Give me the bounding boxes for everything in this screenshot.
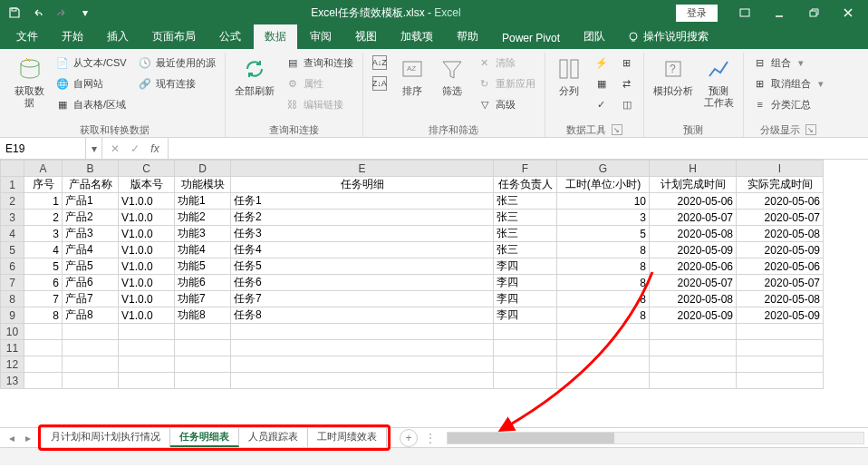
col-header-F[interactable]: F <box>494 161 557 177</box>
relationships-button[interactable]: ⇄ <box>616 73 638 93</box>
row-header-1[interactable]: 1 <box>1 177 24 193</box>
name-box[interactable]: E19 <box>0 138 86 159</box>
cell-I5[interactable]: 2020-05-09 <box>737 242 824 258</box>
cell-H11[interactable] <box>650 340 737 356</box>
flash-fill-button[interactable]: ⚡ <box>591 53 612 73</box>
redo-icon[interactable] <box>51 2 72 24</box>
close-icon[interactable] <box>832 2 864 24</box>
cell-E3[interactable]: 任务2 <box>231 210 494 226</box>
tab-team[interactable]: 团队 <box>573 24 616 49</box>
cell-F3[interactable]: 张三 <box>494 210 557 226</box>
cell-F10[interactable] <box>494 324 557 340</box>
whatif-button[interactable]: ? 模拟分析 <box>650 53 697 99</box>
tab-insert[interactable]: 插入 <box>96 24 140 49</box>
cell-C11[interactable] <box>119 340 175 356</box>
cell-A7[interactable]: 6 <box>24 275 63 291</box>
save-icon[interactable] <box>4 2 25 24</box>
cell-G3[interactable]: 3 <box>557 210 650 226</box>
spreadsheet-grid[interactable]: ABCDEFGHI1序号产品名称版本号功能模块任务明细任务负责人工时(单位:小时… <box>0 160 868 427</box>
row-header-6[interactable]: 6 <box>1 258 24 275</box>
qat-customize-icon[interactable]: ▾ <box>74 2 96 24</box>
cell-E12[interactable] <box>231 356 494 373</box>
cell-I7[interactable]: 2020-05-07 <box>737 275 824 291</box>
cell-C9[interactable]: V1.0.0 <box>119 307 175 324</box>
col-header-I[interactable]: I <box>737 161 824 177</box>
cancel-formula-icon[interactable]: ✕ <box>106 140 124 158</box>
tab-review[interactable]: 审阅 <box>299 24 342 49</box>
cell-F12[interactable] <box>494 356 557 373</box>
cell-I11[interactable] <box>737 340 824 356</box>
cell-I1[interactable]: 实际完成时间 <box>737 177 824 193</box>
cell-G13[interactable] <box>557 373 650 389</box>
cell-C5[interactable]: V1.0.0 <box>119 242 175 258</box>
row-header-2[interactable]: 2 <box>1 193 24 210</box>
cell-B11[interactable] <box>63 340 119 356</box>
cell-F6[interactable]: 李四 <box>494 258 557 275</box>
existing-conn-button[interactable]: 🔗现有连接 <box>134 73 219 93</box>
row-header-3[interactable]: 3 <box>1 210 24 226</box>
login-button[interactable]: 登录 <box>676 5 718 22</box>
sheet-nav-prev[interactable]: ◂ <box>4 430 20 446</box>
cell-F9[interactable]: 李四 <box>494 307 557 324</box>
formula-input[interactable] <box>169 138 868 159</box>
cell-D12[interactable] <box>175 356 231 373</box>
cell-I10[interactable] <box>737 324 824 340</box>
col-header-E[interactable]: E <box>231 161 494 177</box>
select-all-corner[interactable] <box>1 161 24 177</box>
cell-F1[interactable]: 任务负责人 <box>494 177 557 193</box>
text-to-columns-button[interactable]: 分列 <box>551 53 587 99</box>
col-header-H[interactable]: H <box>650 161 737 177</box>
name-box-dropdown[interactable]: ▾ <box>86 138 102 159</box>
cell-G9[interactable]: 8 <box>557 307 650 324</box>
tab-home[interactable]: 开始 <box>51 24 94 49</box>
cell-A10[interactable] <box>24 324 63 340</box>
refresh-all-button[interactable]: 全部刷新 <box>231 53 278 99</box>
cell-C1[interactable]: 版本号 <box>119 177 175 193</box>
undo-icon[interactable] <box>27 2 49 24</box>
sheet-tab-monthly[interactable]: 月计划和周计划执行情况 <box>42 428 170 447</box>
cell-G8[interactable]: 8 <box>557 291 650 307</box>
cell-E13[interactable] <box>231 373 494 389</box>
cell-H5[interactable]: 2020-05-09 <box>650 242 737 258</box>
cell-I3[interactable]: 2020-05-07 <box>737 210 824 226</box>
cell-D8[interactable]: 功能7 <box>175 291 231 307</box>
cell-B4[interactable]: 产品3 <box>63 226 119 242</box>
col-header-C[interactable]: C <box>119 161 175 177</box>
cell-E2[interactable]: 任务1 <box>231 193 494 210</box>
cell-D6[interactable]: 功能5 <box>175 258 231 275</box>
col-header-G[interactable]: G <box>557 161 650 177</box>
row-header-4[interactable]: 4 <box>1 226 24 242</box>
add-sheet-button[interactable]: + <box>400 429 418 447</box>
cell-E4[interactable]: 任务3 <box>231 226 494 242</box>
sort-button[interactable]: AZ 排序 <box>394 53 430 99</box>
cell-G12[interactable] <box>557 356 650 373</box>
tab-formulas[interactable]: 公式 <box>208 24 252 49</box>
cell-A13[interactable] <box>24 373 63 389</box>
sort-za-button[interactable]: Z↓A <box>369 73 391 93</box>
cell-I13[interactable] <box>737 373 824 389</box>
ribbon-options-icon[interactable] <box>728 2 761 24</box>
manage-model-button[interactable]: ◫ <box>616 94 638 114</box>
fx-icon[interactable]: fx <box>146 140 164 158</box>
cell-G5[interactable]: 8 <box>557 242 650 258</box>
cell-A1[interactable]: 序号 <box>24 177 63 193</box>
cell-I4[interactable]: 2020-05-08 <box>737 226 824 242</box>
group-rows-button[interactable]: ⊟组合▾ <box>749 53 827 73</box>
cell-D4[interactable]: 功能3 <box>175 226 231 242</box>
forecast-sheet-button[interactable]: 预测 工作表 <box>700 53 738 111</box>
cell-I9[interactable]: 2020-05-09 <box>737 307 824 324</box>
cell-H8[interactable]: 2020-05-08 <box>650 291 737 307</box>
cell-I12[interactable] <box>737 356 824 373</box>
sheet-tab-weekly[interactable]: 工时周绩效表 <box>308 428 387 447</box>
horizontal-scrollbar[interactable] <box>447 432 864 444</box>
cell-A3[interactable]: 2 <box>24 210 63 226</box>
cell-H13[interactable] <box>650 373 737 389</box>
cell-E6[interactable]: 任务5 <box>231 258 494 275</box>
tab-view[interactable]: 视图 <box>344 24 388 49</box>
cell-H12[interactable] <box>650 356 737 373</box>
row-header-11[interactable]: 11 <box>1 340 24 356</box>
cell-B3[interactable]: 产品2 <box>63 210 119 226</box>
cell-F5[interactable]: 张三 <box>494 242 557 258</box>
consolidate-button[interactable]: ⊞ <box>616 53 638 73</box>
cell-C6[interactable]: V1.0.0 <box>119 258 175 275</box>
